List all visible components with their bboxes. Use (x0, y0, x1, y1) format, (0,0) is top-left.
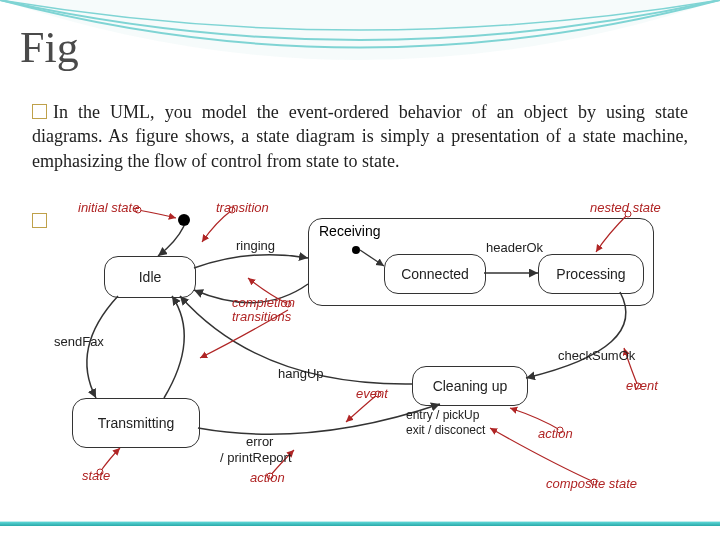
state-diagram: Receiving Idle Connected Processing Tran… (60, 208, 670, 498)
edge-label-headerok: headerOk (486, 240, 543, 255)
callout-composite-state: composite state (546, 476, 637, 491)
callout-state: state (82, 468, 110, 483)
entry-exit-label: entry / pickUp exit / disconect (406, 408, 485, 438)
page-title: Fig (20, 22, 79, 73)
paragraph-text: In the UML, you model the event-ordered … (32, 102, 688, 171)
edge-label-ringing: ringing (236, 238, 275, 253)
edge-label-hangup: hangUp (278, 366, 324, 381)
arc-svg (0, 0, 720, 90)
edge-label-checksumok: checkSumOk (558, 348, 635, 363)
callout-action-right: action (538, 426, 573, 441)
edge-label-error: error (246, 434, 273, 449)
slide: Fig In the UML, you model the event-orde… (0, 0, 720, 540)
empty-bullet (32, 212, 53, 231)
bullet-icon (32, 104, 47, 119)
callout-event-left: event (356, 386, 388, 401)
callout-action-left: action (250, 470, 285, 485)
footer-line (0, 521, 720, 526)
callout-event-right: event (626, 378, 658, 393)
decorative-arcs (0, 0, 720, 90)
callout-initial-state: initial state (78, 200, 139, 215)
body-paragraph: In the UML, you model the event-ordered … (32, 100, 688, 173)
edge-label-sendfax: sendFax (54, 334, 104, 349)
bullet-icon (32, 213, 47, 228)
callout-completion: completion transitions (232, 296, 295, 325)
callout-nested-state: nested state (590, 200, 661, 215)
callout-transition: transition (216, 200, 269, 215)
edge-label-printreport: / printReport (220, 450, 292, 465)
